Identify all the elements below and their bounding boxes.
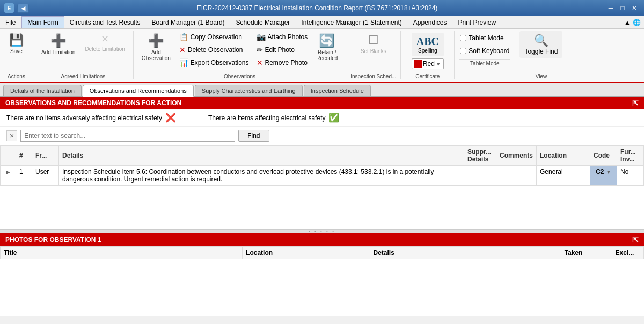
set-blanks-label: Set Blanks bbox=[361, 48, 386, 54]
ribbon-inspection-label: Inspection Sched... bbox=[350, 72, 396, 79]
menu-intelligence[interactable]: Intelligence Manager (1 Statement) bbox=[296, 16, 407, 28]
edit-photo-label: Edit Photo bbox=[265, 46, 295, 54]
ribbon-group-limitations: ➕ Add Limitation ✕ Delete Limitation Agr… bbox=[33, 31, 134, 79]
menu-bar: File Main Form Circuits and Test Results… bbox=[0, 16, 644, 29]
col-photo-excluded: Excl... bbox=[612, 246, 643, 259]
code-dropdown-arrow: ▼ bbox=[606, 169, 611, 175]
ribbon: 💾 Save Actions ➕ Add Limitation ✕ Delete… bbox=[0, 29, 644, 83]
delete-obs-label: Delete Observation bbox=[188, 46, 243, 54]
toggle-find-label: Toggle Find bbox=[524, 48, 558, 55]
color-label: Red bbox=[423, 60, 435, 68]
row-comments-cell bbox=[496, 166, 536, 186]
ribbon-obs-label: Observations bbox=[138, 72, 341, 79]
table-row[interactable]: ▶ 1 User Inspection Schedule Item 5.6: C… bbox=[1, 166, 644, 186]
add-obs-label: AddObservation bbox=[142, 49, 171, 61]
delete-observation-button[interactable]: ✕ Delete Observation bbox=[177, 44, 252, 56]
search-input[interactable] bbox=[20, 130, 235, 142]
delete-limitation-button[interactable]: ✕ Delete Limitation bbox=[81, 31, 128, 54]
color-arrow-icon: ▼ bbox=[436, 61, 441, 67]
splitter[interactable]: • • • • • bbox=[0, 229, 644, 233]
row-expand-cell[interactable]: ▶ bbox=[1, 166, 16, 186]
restore-button[interactable]: □ bbox=[617, 3, 628, 13]
col-photo-details: Details bbox=[370, 246, 561, 259]
ribbon-group-tablet: Tablet Mode Soft Keyboard Tablet Mode bbox=[455, 31, 515, 79]
ribbon-group-actions: 💾 Save Actions bbox=[0, 31, 33, 79]
back-button[interactable]: ◀ bbox=[17, 4, 29, 13]
globe-icon[interactable]: 🌐 bbox=[633, 19, 641, 26]
menu-file[interactable]: File bbox=[0, 16, 21, 28]
observations-collapse-icon[interactable]: ⇱ bbox=[632, 99, 639, 107]
col-code: Code bbox=[590, 146, 617, 166]
toggle-find-button[interactable]: 🔍 Toggle Find bbox=[519, 31, 562, 58]
ribbon-limitations-label: Agreed Limitations bbox=[38, 72, 129, 79]
copy-observation-button[interactable]: 📋 Copy Observation bbox=[177, 31, 252, 43]
tab-inspection[interactable]: Inspection Schedule bbox=[304, 85, 371, 96]
export-observations-button[interactable]: 📊 Export Observations bbox=[177, 57, 252, 69]
minimize-button[interactable]: ─ bbox=[605, 3, 616, 13]
window-title: EICR-202412-0387 Electrical Installation… bbox=[29, 4, 605, 12]
ribbon-actions-label: Actions bbox=[4, 72, 28, 79]
ribbon-limitations-buttons: ➕ Add Limitation ✕ Delete Limitation bbox=[38, 31, 129, 71]
menu-print[interactable]: Print Preview bbox=[453, 16, 502, 28]
ribbon-certificate-label: Certificate bbox=[405, 72, 450, 79]
tablet-mode-checkbox[interactable]: Tablet Mode bbox=[459, 33, 510, 43]
set-blanks-button[interactable]: ☐ Set Blanks bbox=[357, 31, 390, 56]
close-button[interactable]: ✕ bbox=[629, 3, 640, 13]
row-code-cell[interactable]: C2 ▼ bbox=[590, 166, 617, 186]
search-clear-button[interactable]: × bbox=[6, 130, 17, 141]
has-affecting-text: There are items affecting electrical saf… bbox=[208, 114, 326, 122]
color-dropdown[interactable]: Red ▼ bbox=[412, 58, 444, 69]
menu-board-manager[interactable]: Board Manager (1 Board) bbox=[147, 16, 231, 28]
photos-header-row: Title Location Details Taken Excl... bbox=[1, 246, 644, 259]
search-bar: × Find bbox=[0, 127, 644, 145]
ribbon-group-certificate: ABC Spelling Red ▼ Certificate bbox=[401, 31, 455, 79]
attach-photos-button[interactable]: 📷 Attach Photos bbox=[254, 31, 311, 43]
tab-supply[interactable]: Supply Characteristics and Earthing bbox=[195, 85, 303, 96]
menu-schedule[interactable]: Schedule Manager bbox=[231, 16, 296, 28]
delete-limitation-icon: ✕ bbox=[101, 33, 109, 45]
soft-keyboard-input[interactable] bbox=[460, 48, 466, 54]
spelling-button[interactable]: ABC Spelling bbox=[412, 33, 444, 56]
edit-photo-button[interactable]: ✏ Edit Photo bbox=[254, 44, 311, 56]
observations-table: # Fr... Details Suppr... Details Comment… bbox=[0, 145, 644, 186]
remove-photo-button[interactable]: ✕ Remove Photo bbox=[254, 57, 311, 69]
app-icon: E bbox=[4, 3, 14, 13]
col-comments: Comments bbox=[496, 146, 536, 166]
menu-appendices[interactable]: Appendices bbox=[408, 16, 453, 28]
find-button[interactable]: Find bbox=[238, 130, 269, 142]
ribbon-inspection-buttons: ☐ Set Blanks bbox=[357, 31, 390, 71]
up-arrow-icon[interactable]: ▲ bbox=[624, 19, 631, 26]
ribbon-view-buttons: 🔍 Toggle Find bbox=[519, 31, 562, 71]
save-label: Save bbox=[10, 48, 23, 54]
save-button[interactable]: 💾 Save bbox=[4, 31, 28, 56]
add-limitation-button[interactable]: ➕ Add Limitation bbox=[38, 31, 79, 57]
observations-header-title: OBSERVATIONS AND RECOMMENDATIONS FOR ACT… bbox=[5, 99, 181, 107]
tablet-mode-input[interactable] bbox=[460, 35, 466, 41]
safety-notices: There are no items adversely affecting e… bbox=[0, 109, 644, 127]
attach-photos-icon: 📷 bbox=[257, 33, 266, 41]
delete-obs-icon: ✕ bbox=[179, 46, 186, 54]
retain-recoded-button[interactable]: 🔄 Retain /Recoded bbox=[312, 31, 341, 63]
tab-observations[interactable]: Observations and Recommendations bbox=[83, 85, 194, 97]
soft-keyboard-checkbox[interactable]: Soft Keyboard bbox=[459, 46, 510, 56]
ribbon-view-label: View bbox=[519, 72, 562, 79]
color-swatch bbox=[414, 60, 422, 68]
observations-table-body: ▶ 1 User Inspection Schedule Item 5.6: C… bbox=[1, 166, 644, 186]
menu-circuits[interactable]: Circuits and Test Results bbox=[64, 16, 147, 28]
ribbon-tablet-label: Tablet Mode bbox=[459, 59, 510, 67]
has-affecting-notice: There are items affecting electrical saf… bbox=[208, 113, 340, 123]
copy-obs-icon: 📋 bbox=[179, 33, 188, 41]
tab-details[interactable]: Details of the Installation bbox=[3, 85, 82, 96]
menu-main-form[interactable]: Main Form bbox=[21, 16, 64, 28]
add-observation-button[interactable]: ➕ AddObservation bbox=[138, 31, 174, 63]
col-photo-location: Location bbox=[243, 246, 370, 259]
add-limitation-label: Add Limitation bbox=[41, 49, 75, 55]
add-obs-icon: ➕ bbox=[148, 33, 164, 48]
observations-scroll[interactable]: # Fr... Details Suppr... Details Comment… bbox=[0, 145, 644, 229]
photos-collapse-icon[interactable]: ⇱ bbox=[632, 235, 639, 244]
col-further: Fur... Inv... bbox=[617, 146, 644, 166]
row-expand-arrow[interactable]: ▶ bbox=[4, 169, 12, 175]
row-from-cell: User bbox=[32, 166, 59, 186]
spelling-label: Spelling bbox=[418, 48, 437, 54]
tablet-checkboxes: Tablet Mode Soft Keyboard bbox=[459, 31, 510, 58]
